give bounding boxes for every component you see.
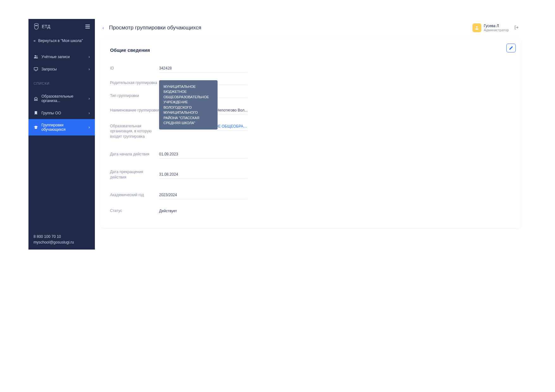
sidebar-item-oo-groups[interactable]: Группы ОО › xyxy=(28,107,95,119)
pencil-icon xyxy=(509,46,513,50)
user-name: Гусева Л xyxy=(484,24,509,28)
svg-point-0 xyxy=(35,25,36,26)
field-academic-year: Академический год 2023/2024 xyxy=(110,187,511,203)
sidebar-item-edu-orgs[interactable]: Образовательные организа... › xyxy=(28,90,95,107)
chevron-right-icon: › xyxy=(89,67,90,71)
svg-point-2 xyxy=(34,55,36,57)
nav-section-lists: Образовательные организа... › Группы ОО … xyxy=(28,87,95,139)
tooltip: МУНИЦИПАЛЬНОЕ БЮДЖЕТНОЕ ОБЩЕОБРАЗОВАТЕЛЬ… xyxy=(159,80,218,130)
sidebar-item-accounts[interactable]: Учётные записи › xyxy=(28,51,95,63)
field-status: Статус Действует xyxy=(110,203,511,219)
topbar: ‹ Просмотр группировки обучающихся Гусев… xyxy=(95,19,527,39)
field-value: 01.09.2023 xyxy=(159,150,248,159)
field-label: ID xyxy=(110,66,159,71)
sidebar: ЕТД « Вернуться в "Моя школа" Учётные за… xyxy=(28,19,95,250)
monitor-icon xyxy=(34,67,38,71)
field-id: ID 342428 xyxy=(110,60,511,76)
sidebar-item-student-groups[interactable]: Группировки обучающихся › xyxy=(28,119,95,136)
page-title: Просмотр группировки обучающихся xyxy=(109,25,201,31)
field-label: Родительская группировка xyxy=(110,80,159,86)
section-label-lists: СПИСКИ xyxy=(28,78,95,87)
chevron-right-icon: › xyxy=(89,125,90,130)
field-group-name: МУНИЦИПАЛЬНОЕ БЮДЖЕТНОЕ ОБЩЕОБРАЗОВАТЕЛЬ… xyxy=(110,102,511,118)
svg-point-3 xyxy=(36,56,37,57)
bookmark-icon xyxy=(34,111,38,115)
edit-button[interactable] xyxy=(506,44,516,52)
chevron-right-icon: › xyxy=(89,96,90,101)
field-value: 2023/2024 xyxy=(159,191,248,199)
field-value: 31.08.2024 xyxy=(159,170,248,179)
users-icon xyxy=(34,54,38,59)
owl-logo-icon xyxy=(34,23,39,30)
field-value: 342428 xyxy=(159,64,248,73)
main: ‹ Просмотр группировки обучающихся Гусев… xyxy=(95,19,527,250)
svg-point-1 xyxy=(37,25,37,26)
graduation-icon xyxy=(34,125,38,130)
menu-toggle-icon[interactable] xyxy=(85,25,90,28)
user-role: Администратор xyxy=(484,28,509,32)
field-label: Дата прекращения действия xyxy=(110,169,159,180)
field-start-date: Дата начала действия 01.09.2023 xyxy=(110,146,511,162)
field-value: Действует xyxy=(159,207,248,215)
chevron-right-icon: › xyxy=(89,55,90,59)
back-link-label: Вернуться в "Моя школа" xyxy=(38,39,83,43)
sidebar-footer: 8 800 100 70 10 myschool@gosuslugi.ru xyxy=(28,229,95,250)
logo[interactable]: ЕТД xyxy=(34,23,50,30)
user-menu[interactable]: Гусева Л Администратор xyxy=(472,23,509,32)
logout-icon[interactable] xyxy=(514,25,519,31)
back-to-myschool-link[interactable]: « Вернуться в "Моя школа" xyxy=(28,34,95,47)
field-label: Наименование группировки xyxy=(110,108,159,113)
card-title: Общие сведения xyxy=(110,47,511,53)
support-email[interactable]: myschool@gosuslugi.ru xyxy=(34,240,90,244)
content-area: Общие сведения ID 342428 Родительская гр… xyxy=(95,39,527,250)
back-arrow-icon[interactable]: ‹ xyxy=(101,24,105,32)
logo-text: ЕТД xyxy=(42,24,50,29)
back-double-chevron-icon: « xyxy=(34,39,36,43)
nav-section-main: Учётные записи › Запросы › xyxy=(28,47,95,78)
field-label: Статус xyxy=(110,208,159,214)
field-label: Академический год xyxy=(110,192,159,198)
chevron-right-icon: › xyxy=(89,111,90,115)
institution-icon xyxy=(34,96,38,101)
general-info-card: Общие сведения ID 342428 Родительская гр… xyxy=(101,39,521,228)
sidebar-item-requests[interactable]: Запросы › xyxy=(28,63,95,75)
avatar xyxy=(472,23,481,32)
sidebar-item-label: Группы ОО xyxy=(41,111,61,115)
field-label: Дата начала действия xyxy=(110,152,159,157)
field-end-date: Дата прекращения действия 31.08.2024 xyxy=(110,166,511,184)
field-label: Образовательная организация, в которую в… xyxy=(110,122,159,139)
field-label: Тип группировки xyxy=(110,93,159,99)
user-icon xyxy=(475,26,479,30)
sidebar-item-label: Учётные записи xyxy=(41,55,70,59)
svg-rect-4 xyxy=(34,68,38,70)
svg-point-6 xyxy=(476,26,478,28)
sidebar-header: ЕТД xyxy=(28,19,95,34)
sidebar-item-label: Образовательные организа... xyxy=(41,94,89,103)
support-phone[interactable]: 8 800 100 70 10 xyxy=(34,234,90,239)
sidebar-item-label: Запросы xyxy=(41,67,57,71)
sidebar-item-label: Группировки обучающихся xyxy=(41,123,89,132)
